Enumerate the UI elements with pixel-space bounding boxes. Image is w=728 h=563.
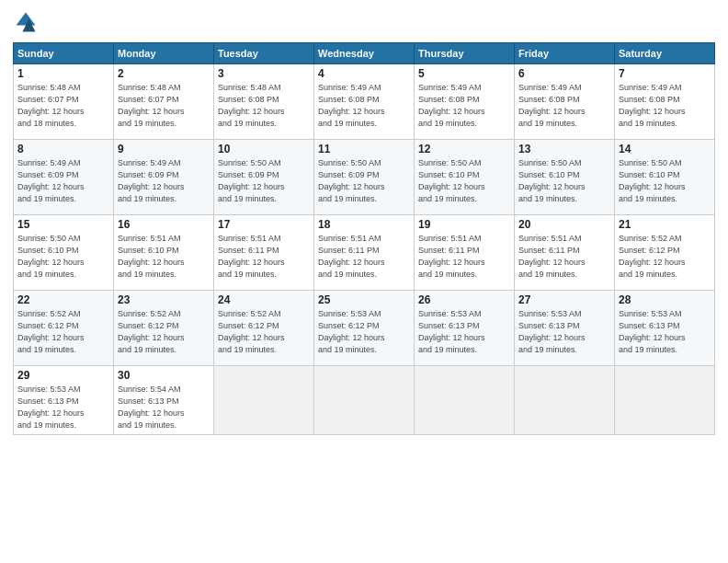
day-info: Sunrise: 5:50 AMSunset: 6:10 PMDaylight:… <box>17 233 109 281</box>
calendar-cell: 4 Sunrise: 5:49 AMSunset: 6:08 PMDayligh… <box>314 64 415 140</box>
day-info: Sunrise: 5:51 AMSunset: 6:11 PMDaylight:… <box>218 233 310 281</box>
calendar-cell <box>615 366 715 435</box>
calendar-cell: 3 Sunrise: 5:48 AMSunset: 6:08 PMDayligh… <box>214 64 314 140</box>
day-number: 11 <box>318 143 410 155</box>
calendar-cell: 12 Sunrise: 5:50 AMSunset: 6:10 PMDaylig… <box>415 140 515 215</box>
calendar-cell: 11 Sunrise: 5:50 AMSunset: 6:09 PMDaylig… <box>314 140 415 215</box>
day-number: 15 <box>17 218 109 231</box>
calendar-cell <box>515 366 615 435</box>
calendar-cell: 17 Sunrise: 5:51 AMSunset: 6:11 PMDaylig… <box>214 215 314 291</box>
col-header-tuesday: Tuesday <box>214 43 314 64</box>
day-info: Sunrise: 5:49 AMSunset: 6:08 PMDaylight:… <box>318 82 410 130</box>
calendar-cell: 19 Sunrise: 5:51 AMSunset: 6:11 PMDaylig… <box>415 215 515 291</box>
day-number: 1 <box>17 67 109 80</box>
day-info: Sunrise: 5:49 AMSunset: 6:09 PMDaylight:… <box>118 157 210 205</box>
calendar-cell: 21 Sunrise: 5:52 AMSunset: 6:12 PMDaylig… <box>615 215 715 291</box>
day-number: 27 <box>518 293 610 306</box>
day-number: 20 <box>518 218 610 231</box>
day-number: 26 <box>418 293 510 306</box>
day-info: Sunrise: 5:48 AMSunset: 6:07 PMDaylight:… <box>118 82 210 130</box>
logo-icon <box>13 9 39 35</box>
calendar-cell: 18 Sunrise: 5:51 AMSunset: 6:11 PMDaylig… <box>314 215 415 291</box>
day-info: Sunrise: 5:53 AMSunset: 6:13 PMDaylight:… <box>518 308 610 356</box>
day-number: 19 <box>418 218 510 231</box>
calendar-cell: 16 Sunrise: 5:51 AMSunset: 6:10 PMDaylig… <box>114 215 214 291</box>
day-info: Sunrise: 5:50 AMSunset: 6:10 PMDaylight:… <box>619 157 711 205</box>
day-number: 28 <box>619 293 711 306</box>
day-number: 14 <box>619 143 711 155</box>
col-header-sunday: Sunday <box>14 43 114 64</box>
day-info: Sunrise: 5:49 AMSunset: 6:09 PMDaylight:… <box>17 157 109 205</box>
day-number: 18 <box>318 218 410 231</box>
calendar-cell: 15 Sunrise: 5:50 AMSunset: 6:10 PMDaylig… <box>14 215 114 291</box>
calendar-cell: 26 Sunrise: 5:53 AMSunset: 6:13 PMDaylig… <box>415 291 515 366</box>
day-number: 9 <box>118 143 210 155</box>
calendar-cell: 25 Sunrise: 5:53 AMSunset: 6:12 PMDaylig… <box>314 291 415 366</box>
day-info: Sunrise: 5:52 AMSunset: 6:12 PMDaylight:… <box>218 308 310 356</box>
calendar-cell: 1 Sunrise: 5:48 AMSunset: 6:07 PMDayligh… <box>14 64 114 140</box>
day-info: Sunrise: 5:50 AMSunset: 6:09 PMDaylight:… <box>218 157 310 205</box>
day-number: 12 <box>418 143 510 155</box>
day-number: 17 <box>218 218 310 231</box>
calendar-cell: 10 Sunrise: 5:50 AMSunset: 6:09 PMDaylig… <box>214 140 314 215</box>
calendar-cell: 9 Sunrise: 5:49 AMSunset: 6:09 PMDayligh… <box>114 140 214 215</box>
day-number: 24 <box>218 293 310 306</box>
day-info: Sunrise: 5:48 AMSunset: 6:08 PMDaylight:… <box>218 82 310 130</box>
calendar: SundayMondayTuesdayWednesdayThursdayFrid… <box>13 42 715 435</box>
day-number: 23 <box>118 293 210 306</box>
calendar-cell: 7 Sunrise: 5:49 AMSunset: 6:08 PMDayligh… <box>615 64 715 140</box>
day-number: 30 <box>118 369 210 382</box>
calendar-cell: 29 Sunrise: 5:53 AMSunset: 6:13 PMDaylig… <box>14 366 114 435</box>
day-number: 5 <box>418 67 510 80</box>
day-number: 21 <box>619 218 711 231</box>
calendar-cell <box>214 366 314 435</box>
calendar-cell: 20 Sunrise: 5:51 AMSunset: 6:11 PMDaylig… <box>515 215 615 291</box>
day-number: 16 <box>118 218 210 231</box>
day-info: Sunrise: 5:49 AMSunset: 6:08 PMDaylight:… <box>619 82 711 130</box>
day-info: Sunrise: 5:50 AMSunset: 6:09 PMDaylight:… <box>318 157 410 205</box>
header <box>13 9 715 35</box>
day-number: 6 <box>518 67 610 80</box>
calendar-cell: 6 Sunrise: 5:49 AMSunset: 6:08 PMDayligh… <box>515 64 615 140</box>
day-info: Sunrise: 5:50 AMSunset: 6:10 PMDaylight:… <box>418 157 510 205</box>
calendar-cell: 2 Sunrise: 5:48 AMSunset: 6:07 PMDayligh… <box>114 64 214 140</box>
day-info: Sunrise: 5:52 AMSunset: 6:12 PMDaylight:… <box>118 308 210 356</box>
day-info: Sunrise: 5:53 AMSunset: 6:12 PMDaylight:… <box>318 308 410 356</box>
day-info: Sunrise: 5:53 AMSunset: 6:13 PMDaylight:… <box>619 308 711 356</box>
day-info: Sunrise: 5:53 AMSunset: 6:13 PMDaylight:… <box>418 308 510 356</box>
day-info: Sunrise: 5:49 AMSunset: 6:08 PMDaylight:… <box>418 82 510 130</box>
day-info: Sunrise: 5:52 AMSunset: 6:12 PMDaylight:… <box>17 308 109 356</box>
col-header-wednesday: Wednesday <box>314 43 415 64</box>
day-info: Sunrise: 5:51 AMSunset: 6:11 PMDaylight:… <box>318 233 410 281</box>
day-number: 3 <box>218 67 310 80</box>
day-info: Sunrise: 5:52 AMSunset: 6:12 PMDaylight:… <box>619 233 711 281</box>
day-info: Sunrise: 5:51 AMSunset: 6:11 PMDaylight:… <box>518 233 610 281</box>
day-info: Sunrise: 5:53 AMSunset: 6:13 PMDaylight:… <box>17 384 109 431</box>
day-info: Sunrise: 5:54 AMSunset: 6:13 PMDaylight:… <box>118 384 210 431</box>
calendar-cell: 5 Sunrise: 5:49 AMSunset: 6:08 PMDayligh… <box>415 64 515 140</box>
calendar-cell: 27 Sunrise: 5:53 AMSunset: 6:13 PMDaylig… <box>515 291 615 366</box>
day-info: Sunrise: 5:48 AMSunset: 6:07 PMDaylight:… <box>17 82 109 130</box>
calendar-cell <box>415 366 515 435</box>
day-number: 22 <box>17 293 109 306</box>
day-number: 7 <box>619 67 711 80</box>
calendar-cell: 8 Sunrise: 5:49 AMSunset: 6:09 PMDayligh… <box>14 140 114 215</box>
day-number: 8 <box>17 143 109 155</box>
day-info: Sunrise: 5:51 AMSunset: 6:10 PMDaylight:… <box>118 233 210 281</box>
calendar-cell: 23 Sunrise: 5:52 AMSunset: 6:12 PMDaylig… <box>114 291 214 366</box>
day-info: Sunrise: 5:51 AMSunset: 6:11 PMDaylight:… <box>418 233 510 281</box>
day-info: Sunrise: 5:49 AMSunset: 6:08 PMDaylight:… <box>518 82 610 130</box>
day-number: 4 <box>318 67 410 80</box>
calendar-cell: 30 Sunrise: 5:54 AMSunset: 6:13 PMDaylig… <box>114 366 214 435</box>
day-number: 13 <box>518 143 610 155</box>
day-info: Sunrise: 5:50 AMSunset: 6:10 PMDaylight:… <box>518 157 610 205</box>
day-number: 29 <box>17 369 109 382</box>
logo <box>13 9 42 35</box>
col-header-friday: Friday <box>515 43 615 64</box>
col-header-monday: Monday <box>114 43 214 64</box>
calendar-cell: 14 Sunrise: 5:50 AMSunset: 6:10 PMDaylig… <box>615 140 715 215</box>
svg-marker-0 <box>17 13 36 26</box>
calendar-cell <box>314 366 415 435</box>
calendar-cell: 22 Sunrise: 5:52 AMSunset: 6:12 PMDaylig… <box>14 291 114 366</box>
calendar-cell: 24 Sunrise: 5:52 AMSunset: 6:12 PMDaylig… <box>214 291 314 366</box>
